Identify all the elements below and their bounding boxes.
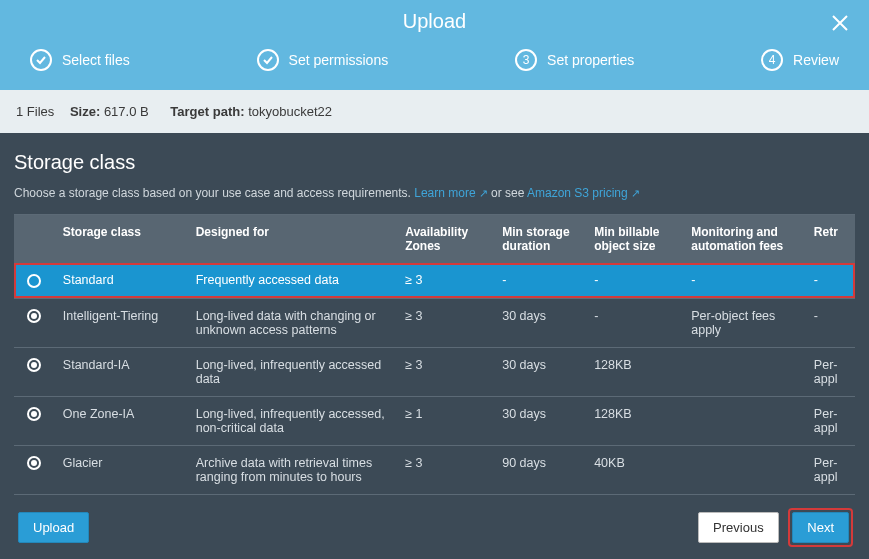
step-label: Select files [62,52,130,68]
step-label: Set permissions [289,52,389,68]
step-number-icon: 3 [515,49,537,71]
pricing-link[interactable]: Amazon S3 pricing↗ [527,186,640,200]
close-icon[interactable] [829,12,851,37]
storage-class-heading: Storage class [14,151,855,174]
cell-name: Glacier [55,445,188,494]
step-label: Review [793,52,839,68]
cell-billable: - [586,263,683,298]
table-row[interactable]: One Zone-IALong-lived, infrequently acce… [14,396,855,445]
dialog-footer: Upload Previous Next [0,510,869,545]
radio-icon[interactable] [27,407,41,421]
external-link-icon: ↗ [631,187,640,199]
step-review[interactable]: 4 Review [761,49,839,71]
cell-duration: 30 days [494,298,586,347]
col-designed-for: Designed for [188,215,397,263]
cell-name: Standard-IA [55,347,188,396]
cell-designed: Long-lived data with changing or unknown… [188,298,397,347]
table-header-row: Storage class Designed for Availability … [14,215,855,263]
check-icon [30,49,52,71]
learn-more-link[interactable]: Learn more↗ [414,186,487,200]
cell-monitoring [683,396,806,445]
col-min-billable: Min billable object size [586,215,683,263]
dialog-header: Upload Select files Set permissions 3 Se… [0,0,869,90]
file-count: 1 Files [16,104,54,119]
properties-panel: Storage class Choose a storage class bas… [0,133,869,495]
upload-info-bar: 1 Files Size: 617.0 B Target path: tokyo… [0,90,869,133]
cell-az: ≥ 3 [397,298,494,347]
col-min-duration: Min storage duration [494,215,586,263]
table-row[interactable]: GlacierArchive data with retrieval times… [14,445,855,494]
cell-duration: - [494,263,586,298]
step-set-properties[interactable]: 3 Set properties [515,49,634,71]
cell-retrieval: Per-​appl [806,445,855,494]
cell-az: ≥ 3 [397,445,494,494]
radio-icon[interactable] [27,456,41,470]
cell-duration: 30 days [494,396,586,445]
cell-billable: 128KB [586,347,683,396]
storage-class-subtitle: Choose a storage class based on your use… [14,186,855,200]
cell-az: ≥ 3 [397,347,494,396]
table-row[interactable]: Intelligent-TieringLong-lived data with … [14,298,855,347]
step-set-permissions[interactable]: Set permissions [257,49,389,71]
cell-name: Intelligent-Tiering [55,298,188,347]
cell-name: One Zone-IA [55,396,188,445]
cell-retrieval: - [806,263,855,298]
table-row[interactable]: StandardFrequently accessed data≥ 3---- [14,263,855,298]
previous-button[interactable]: Previous [698,512,779,543]
subtitle-text: or see [491,186,524,200]
target-path-label: Target path: [170,104,244,119]
cell-retrieval: Per-​appl [806,347,855,396]
radio-icon[interactable] [27,358,41,372]
col-retrieval: Retr [806,215,855,263]
wizard-steps: Select files Set permissions 3 Set prope… [0,33,869,71]
cell-duration: 90 days [494,445,586,494]
step-label: Set properties [547,52,634,68]
size-label: Size: [70,104,100,119]
cell-duration: 30 days [494,347,586,396]
target-path-value: tokyobucket22 [248,104,332,119]
dialog-title: Upload [0,0,869,33]
table-row[interactable]: Standard-IALong-lived, infrequently acce… [14,347,855,396]
next-button-highlight: Next [790,510,851,545]
col-storage-class: Storage class [55,215,188,263]
external-link-icon: ↗ [479,187,488,199]
radio-icon[interactable] [27,274,41,288]
cell-billable: - [586,298,683,347]
check-icon [257,49,279,71]
col-monitoring: Monitoring and automation fees [683,215,806,263]
cell-billable: 40KB [586,445,683,494]
size-value: 617.0 B [104,104,149,119]
step-number-icon: 4 [761,49,783,71]
cell-designed: Frequently accessed data [188,263,397,298]
subtitle-text: Choose a storage class based on your use… [14,186,411,200]
cell-retrieval: - [806,298,855,347]
cell-monitoring [683,445,806,494]
step-select-files[interactable]: Select files [30,49,130,71]
col-availability: Availability Zones [397,215,494,263]
cell-name: Standard [55,263,188,298]
cell-az: ≥ 1 [397,396,494,445]
cell-retrieval: Per-​appl [806,396,855,445]
cell-billable: 128KB [586,396,683,445]
radio-icon[interactable] [27,309,41,323]
cell-monitoring [683,347,806,396]
cell-az: ≥ 3 [397,263,494,298]
cell-designed: Long-lived, infrequently accessed data [188,347,397,396]
cell-designed: Archive data with retrieval times rangin… [188,445,397,494]
upload-button[interactable]: Upload [18,512,89,543]
storage-class-table: Storage class Designed for Availability … [14,214,855,495]
cell-monitoring: Per-object fees apply [683,298,806,347]
next-button[interactable]: Next [792,512,849,543]
cell-monitoring: - [683,263,806,298]
cell-designed: Long-lived, infrequently accessed, non-c… [188,396,397,445]
